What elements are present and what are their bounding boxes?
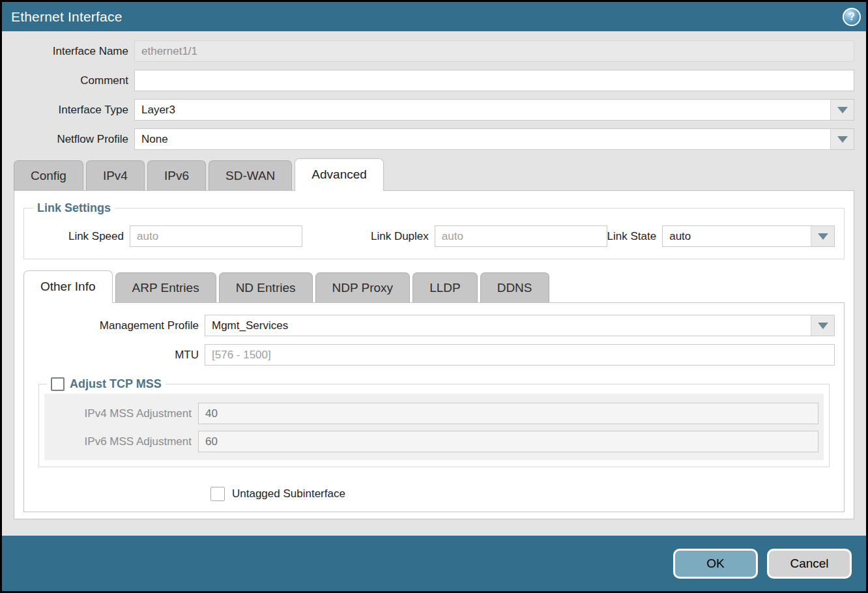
comment-field[interactable] — [135, 70, 854, 91]
footer-bar: OK Cancel — [2, 536, 866, 591]
ipv6-mss-label: IPv6 MSS Adjustment — [50, 435, 198, 448]
management-profile-arrow-button[interactable] — [811, 315, 834, 336]
ipv6-mss-field — [199, 431, 818, 452]
ipv4-mss-label: IPv4 MSS Adjustment — [50, 407, 198, 420]
interface-name-label: Interface Name — [14, 45, 134, 58]
netflow-profile-row: Netflow Profile — [14, 128, 854, 150]
interface-type-arrow-button[interactable] — [830, 100, 854, 120]
other-info-panel: Management Profile MTU — [23, 302, 845, 512]
link-speed-field[interactable] — [130, 226, 302, 246]
management-profile-label: Management Profile — [33, 319, 205, 332]
adjust-tcp-mss-fieldset: Adjust TCP MSS IPv4 MSS Adjustment — [38, 377, 830, 467]
interface-type-value[interactable] — [135, 100, 830, 120]
ethernet-interface-dialog: Ethernet Interface ? Interface Name Comm… — [2, 2, 866, 591]
untagged-subinterface-label: Untagged Subinterface — [232, 487, 345, 500]
screen: Ethernet Interface ? Interface Name Comm… — [0, 0, 868, 593]
main-tab-bar: Config IPv4 IPv6 SD-WAN Advanced — [14, 158, 854, 190]
inner-tabs-wrap: Other Info ARP Entries ND Entries NDP Pr… — [23, 270, 845, 512]
tab-ddns[interactable]: DDNS — [480, 272, 549, 302]
ipv4-mss-field — [199, 403, 818, 424]
link-settings-legend: Link Settings — [33, 201, 115, 215]
link-state-label: Link State — [607, 230, 663, 243]
tab-config[interactable]: Config — [14, 160, 83, 190]
adjust-tcp-mss-legend-text: Adjust TCP MSS — [70, 377, 162, 391]
interface-type-row: Interface Type — [14, 99, 854, 121]
mss-panel: IPv4 MSS Adjustment IPv6 MSS Adjustment — [44, 394, 824, 460]
ipv4-mss-box — [198, 403, 818, 424]
ipv4-mss-row: IPv4 MSS Adjustment — [50, 403, 818, 424]
dialog-title: Ethernet Interface — [11, 9, 123, 25]
advanced-tab-panel: Link Settings Link Speed Link Duplex Lin… — [14, 190, 854, 519]
comment-label: Comment — [14, 74, 134, 87]
link-settings-fieldset: Link Settings Link Speed Link Duplex Lin… — [23, 201, 845, 259]
untagged-subinterface-row: Untagged Subinterface — [210, 487, 835, 501]
link-state-value[interactable] — [663, 226, 811, 246]
management-profile-dropdown[interactable] — [205, 315, 835, 336]
ipv6-mss-box — [198, 431, 818, 452]
tab-ndp-proxy[interactable]: NDP Proxy — [315, 272, 411, 302]
link-state-arrow-button[interactable] — [811, 226, 834, 246]
chevron-down-icon — [837, 136, 848, 143]
chevron-down-icon — [837, 107, 848, 113]
ok-button[interactable]: OK — [673, 549, 758, 579]
dialog-body: Interface Name Comment Interface Type — [2, 31, 866, 521]
link-duplex-field[interactable] — [435, 226, 607, 246]
chevron-down-icon — [818, 323, 828, 329]
netflow-profile-arrow-button[interactable] — [830, 129, 854, 149]
link-settings-row: Link Speed Link Duplex Link State — [31, 222, 837, 248]
interface-type-label: Interface Type — [14, 104, 134, 117]
help-icon[interactable]: ? — [843, 8, 861, 26]
comment-row: Comment — [14, 70, 854, 91]
tab-advanced[interactable]: Advanced — [295, 158, 384, 191]
tab-other-info[interactable]: Other Info — [23, 270, 113, 303]
tab-ipv6[interactable]: IPv6 — [147, 160, 206, 190]
netflow-profile-value[interactable] — [135, 129, 830, 149]
link-speed-label: Link Speed — [33, 230, 130, 243]
comment-box — [134, 70, 854, 91]
chevron-down-icon — [818, 233, 828, 240]
management-profile-value[interactable] — [205, 315, 811, 336]
tab-ipv4[interactable]: IPv4 — [86, 160, 145, 190]
title-bar: Ethernet Interface ? — [2, 2, 866, 31]
tab-lldp[interactable]: LLDP — [412, 272, 478, 302]
link-duplex-label: Link Duplex — [334, 230, 435, 243]
cancel-button[interactable]: Cancel — [767, 549, 852, 579]
interface-name-box — [134, 40, 854, 62]
mtu-box — [205, 344, 835, 366]
adjust-tcp-mss-checkbox[interactable] — [51, 377, 65, 391]
untagged-subinterface-checkbox[interactable] — [210, 487, 225, 501]
tab-sdwan[interactable]: SD-WAN — [209, 160, 292, 190]
netflow-profile-dropdown[interactable] — [134, 128, 854, 150]
tab-nd-entries[interactable]: ND Entries — [219, 272, 313, 302]
interface-name-row: Interface Name — [14, 40, 854, 62]
mtu-field[interactable] — [205, 345, 834, 365]
adjust-tcp-mss-legend: Adjust TCP MSS — [47, 377, 166, 391]
interface-type-dropdown[interactable] — [134, 99, 854, 121]
management-profile-row: Management Profile — [33, 315, 835, 336]
mtu-label: MTU — [33, 349, 205, 362]
interface-name-field — [135, 41, 854, 61]
netflow-profile-label: Netflow Profile — [14, 133, 134, 146]
tab-arp-entries[interactable]: ARP Entries — [115, 272, 216, 302]
mtu-row: MTU — [33, 344, 835, 366]
ipv6-mss-row: IPv6 MSS Adjustment — [50, 431, 818, 452]
link-duplex-box — [435, 225, 607, 247]
inner-tab-bar: Other Info ARP Entries ND Entries NDP Pr… — [23, 270, 845, 302]
link-speed-box — [130, 225, 302, 247]
link-state-dropdown[interactable] — [662, 225, 835, 247]
